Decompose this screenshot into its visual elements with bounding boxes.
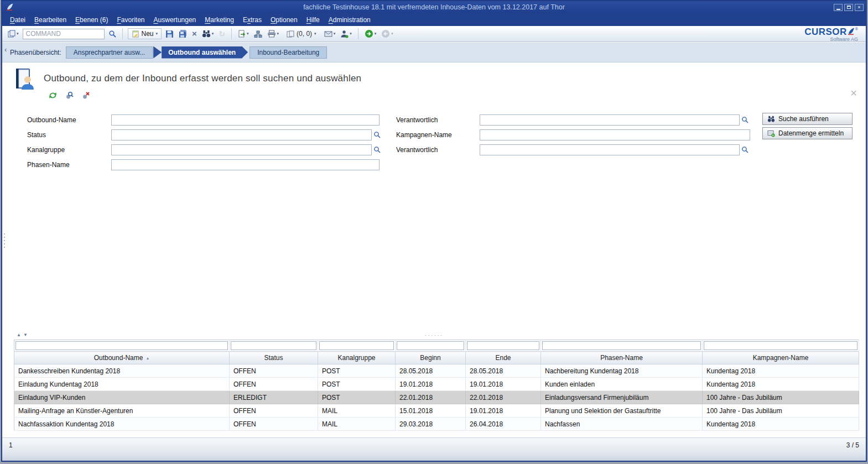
pages-icon (287, 30, 294, 38)
menu-item-marketing[interactable]: Marketing (200, 14, 238, 25)
export-report-button[interactable]: ▾ (237, 29, 250, 39)
menu-item-administration[interactable]: Administration (324, 14, 375, 25)
print-button[interactable]: ▾ (266, 29, 280, 39)
save-button[interactable] (164, 29, 175, 39)
reload-icon[interactable] (49, 91, 57, 100)
column-header-ende[interactable]: Ende (466, 352, 541, 364)
filter-input-outbound-name[interactable] (15, 341, 228, 350)
lookup-search-icon[interactable] (373, 146, 381, 153)
nav-forward-button[interactable]: ▾ (380, 28, 394, 39)
binoculars-icon (767, 116, 775, 122)
command-input[interactable] (23, 29, 105, 39)
column-header-outbound-name[interactable]: Outbound-Name▲ (14, 352, 230, 364)
datenmenge-ermitteln-label: Datenmenge ermitteln (778, 129, 844, 137)
table-cell: 29.03.2018 (396, 418, 466, 431)
table-row[interactable]: Einladung VIP-KundenERLEDIGTPOST22.01.20… (14, 391, 859, 404)
menu-item-bearbeiten[interactable]: Bearbeiten (30, 14, 71, 25)
save-all-button[interactable] (178, 29, 188, 39)
menu-item-favoriten[interactable]: Favoriten (112, 14, 149, 25)
copy-icon (8, 30, 15, 38)
search-gear-icon[interactable] (65, 91, 74, 100)
lookup-search-icon[interactable] (741, 146, 749, 153)
lookup-search-icon[interactable] (741, 116, 749, 123)
menu-item-optionen[interactable]: Optionen (266, 14, 302, 25)
remove-gear-icon[interactable] (82, 91, 90, 100)
chevron-down-icon: ▾ (247, 32, 249, 36)
table-cell: ERLEDIGT (230, 391, 318, 404)
phase-tab-outbound-auswaehlen[interactable]: Outbound auswählen (162, 46, 248, 59)
lookup-search-icon[interactable] (373, 131, 381, 138)
close-button[interactable]: × (855, 4, 864, 11)
table-cell: 19.01.2018 (396, 378, 466, 391)
field-input-outbound-name[interactable] (111, 114, 380, 126)
filter-input-kampagnen-name[interactable] (704, 341, 857, 350)
splitter[interactable]: ▲▼ ······ (2, 332, 866, 340)
table-row[interactable]: Mailing-Anfrage an Künstler-AgenturenOFF… (14, 404, 859, 418)
table-cell: 22.01.2018 (396, 391, 466, 404)
field-input-verantwortlich[interactable] (480, 144, 740, 155)
phase-arrow-icon (153, 46, 162, 59)
menu-item-extras[interactable]: Extras (238, 14, 266, 25)
field-label: Verantwortlich (396, 146, 480, 154)
field-input-kampagnen-name[interactable] (480, 129, 750, 140)
filter-input-beginn[interactable] (397, 341, 464, 350)
nav-back-button[interactable]: ▾ (363, 28, 378, 39)
find-button[interactable]: ▾ (201, 29, 215, 39)
page-actions (49, 91, 90, 100)
table-row[interactable]: Einladung Kundentag 2018OFFENPOST19.01.2… (14, 378, 859, 391)
menu-item-hilfe[interactable]: Hilfe (302, 14, 324, 25)
menu-item-datei[interactable]: Datei (6, 14, 30, 25)
table-cell: Einladungsversand Firmenjubiläum (541, 391, 703, 404)
filter-input-kanalgruppe[interactable] (319, 341, 394, 350)
field-input-verantwortlich[interactable] (480, 114, 740, 126)
suche-ausfuehren-button[interactable]: Suche ausführen (762, 113, 853, 125)
table-cell: POST (318, 364, 396, 378)
search-fields-right: VerantwortlichKampagnen-NameVerantwortli… (396, 112, 750, 157)
filter-input-phasen-name[interactable] (542, 341, 701, 350)
command-search-button[interactable] (107, 29, 117, 39)
table-cell: 15.01.2018 (396, 404, 466, 418)
datenmenge-ermitteln-button[interactable]: Datenmenge ermitteln (762, 127, 853, 139)
table-row[interactable]: Dankesschreiben Kundentag 2018OFFENPOST2… (14, 364, 859, 378)
workflow-button[interactable] (253, 29, 263, 39)
collapse-panel-icon[interactable]: ‹ (4, 45, 7, 54)
open-records-button[interactable]: (0, 0) ▾ (283, 28, 320, 39)
user-button[interactable]: ▾ (339, 29, 353, 39)
field-input-phasen-name[interactable] (111, 159, 380, 170)
filter-input-ende[interactable] (467, 341, 539, 350)
minimize-button[interactable] (834, 4, 843, 11)
column-header-status[interactable]: Status (230, 352, 318, 364)
splitter-handle-left[interactable] (4, 233, 5, 248)
maximize-button[interactable] (844, 4, 853, 11)
send-button[interactable]: ▾ (323, 29, 337, 39)
field-input-status[interactable] (111, 129, 372, 140)
table-cell: 19.01.2018 (466, 378, 541, 391)
column-header-label: Status (264, 354, 283, 362)
delete-button[interactable]: × (191, 29, 198, 39)
phase-tab-inbound-bearbeitung[interactable]: Inbound-Bearbeitung (250, 46, 327, 59)
column-header-kampagnen-name[interactable]: Kampagnen-Name (703, 352, 859, 364)
phase-tab-ansprechpartner-ausw[interactable]: Ansprechpartner ausw... (66, 46, 153, 59)
refresh-button[interactable]: ↻ (217, 29, 226, 39)
toolbar-separator (122, 28, 123, 39)
menu-bar: DateiBearbeitenEbenen (6)FavoritenAuswer… (2, 13, 866, 26)
table-cell: 22.01.2018 (466, 391, 541, 404)
filter-input-status[interactable] (231, 341, 316, 350)
column-header-kanalgruppe[interactable]: Kanalgruppe (318, 352, 396, 364)
column-header-phasen-name[interactable]: Phasen-Name (541, 352, 703, 364)
field-input-kanalgruppe[interactable] (111, 144, 372, 155)
field-label: Status (27, 131, 111, 139)
table-row[interactable]: Nachfassaktion Kundentag 2018OFFENMAIL29… (14, 418, 859, 431)
menu-item-ebenen-6[interactable]: Ebenen (6) (71, 14, 112, 25)
column-header-beginn[interactable]: Beginn (396, 352, 466, 364)
suche-ausfuehren-label: Suche ausführen (778, 115, 829, 123)
table-cell: Kundentag 2018 (703, 378, 859, 391)
menu-item-auswertungen[interactable]: Auswertungen (149, 14, 201, 25)
gray-arrow-icon (381, 29, 390, 38)
toolbar-separator (231, 28, 232, 39)
table-cell: 19.01.2018 (466, 404, 541, 418)
neu-button[interactable]: Neu ▾ (128, 28, 162, 39)
window-list-button[interactable]: ▾ (7, 29, 20, 39)
splitter-grip[interactable]: ······ (2, 332, 866, 338)
close-panel-icon[interactable]: × (850, 88, 857, 97)
